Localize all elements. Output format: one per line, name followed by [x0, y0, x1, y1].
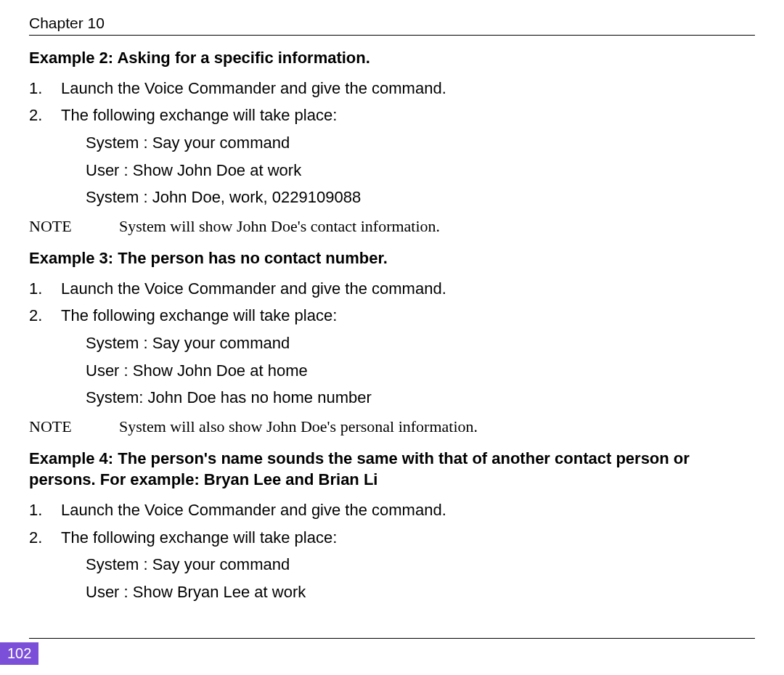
- divider: [29, 638, 755, 639]
- step-number: 1.: [29, 278, 61, 300]
- list-item: 2. The following exchange will take plac…: [29, 527, 755, 549]
- step-number: 1.: [29, 78, 61, 99]
- exchange-line: System: John Doe has no home number: [86, 387, 755, 409]
- step-text: The following exchange will take place:: [61, 105, 755, 126]
- list-item: 1. Launch the Voice Commander and give t…: [29, 278, 755, 300]
- exchange-line: System : Say your command: [86, 554, 755, 576]
- example-heading: Example 4: The person's name sounds the …: [29, 448, 755, 491]
- step-text: Launch the Voice Commander and give the …: [61, 278, 755, 300]
- exchange-line: System : John Doe, work, 0229109088: [86, 187, 755, 208]
- exchange-line: System : Say your command: [86, 132, 755, 154]
- exchange-line: User : Show Bryan Lee at work: [86, 581, 755, 603]
- example-heading: Example 3: The person has no contact num…: [29, 248, 755, 269]
- page: Chapter 10 Example 2: Asking for a speci…: [0, 0, 784, 675]
- step-text: The following exchange will take place:: [61, 305, 755, 327]
- exchange-line: User : Show John Doe at home: [86, 360, 755, 382]
- example-heading: Example 2: Asking for a specific informa…: [29, 47, 755, 69]
- exchange-line: System : Say your command: [86, 332, 755, 354]
- step-text: The following exchange will take place:: [61, 527, 755, 549]
- step-number: 2.: [29, 527, 61, 549]
- step-text: Launch the Voice Commander and give the …: [61, 499, 755, 521]
- note-row: NOTE System will also show John Doe's pe…: [29, 416, 755, 438]
- exchange-line: User : Show John Doe at work: [86, 160, 755, 181]
- step-number: 2.: [29, 105, 61, 126]
- note-text: System will show John Doe's contact info…: [119, 216, 755, 237]
- chapter-header: Chapter 10: [29, 15, 755, 36]
- note-label: NOTE: [29, 216, 119, 237]
- step-number: 1.: [29, 499, 61, 521]
- list-item: 2. The following exchange will take plac…: [29, 105, 755, 126]
- page-number: 102: [0, 642, 38, 665]
- list-item: 1. Launch the Voice Commander and give t…: [29, 78, 755, 99]
- list-item: 2. The following exchange will take plac…: [29, 305, 755, 327]
- list-item: 1. Launch the Voice Commander and give t…: [29, 499, 755, 521]
- note-label: NOTE: [29, 416, 119, 438]
- step-number: 2.: [29, 305, 61, 327]
- step-text: Launch the Voice Commander and give the …: [61, 78, 755, 99]
- note-row: NOTE System will show John Doe's contact…: [29, 216, 755, 237]
- note-text: System will also show John Doe's persona…: [119, 416, 755, 438]
